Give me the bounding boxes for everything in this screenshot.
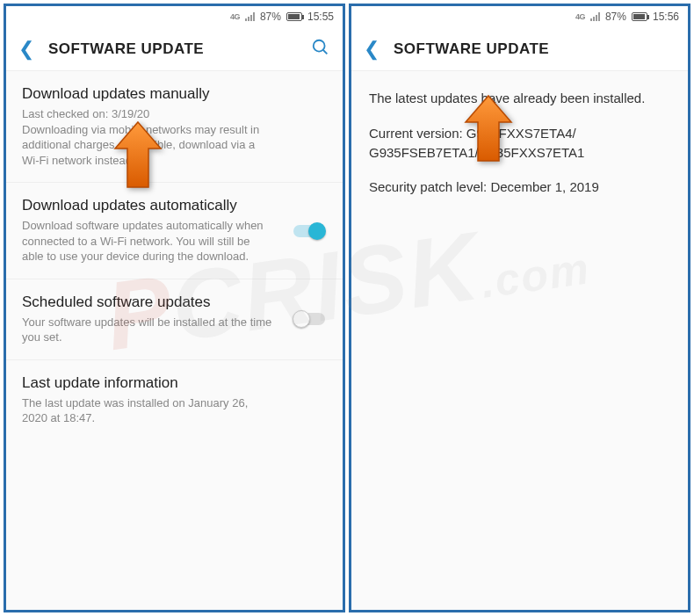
- phone-right: 4G 87% 15:56 ❮ SOFTWARE UPDATE The lates…: [349, 4, 690, 612]
- battery-percent: 87%: [260, 11, 281, 23]
- battery-icon: [286, 12, 302, 21]
- battery-icon: [632, 12, 647, 21]
- item-description: Your software updates will be installed …: [22, 315, 327, 345]
- signal-icon: [590, 12, 600, 21]
- svg-line-1: [323, 49, 328, 54]
- item-title: Download updates automatically: [22, 197, 327, 214]
- app-bar: ❮ SOFTWARE UPDATE: [351, 27, 688, 71]
- status-bar: 4G 87% 15:56: [351, 6, 688, 27]
- settings-list: Download updates manually Last checked o…: [6, 71, 343, 610]
- download-auto-item[interactable]: Download updates automatically Download …: [6, 183, 343, 279]
- battery-percent: 87%: [605, 11, 626, 23]
- page-title: SOFTWARE UPDATE: [48, 40, 297, 58]
- item-title: Scheduled software updates: [22, 294, 327, 311]
- download-manually-item[interactable]: Download updates manually Last checked o…: [6, 71, 343, 183]
- back-icon[interactable]: ❮: [18, 40, 34, 59]
- installed-message: The latest updates have already been ins…: [369, 89, 670, 108]
- scheduled-updates-item[interactable]: Scheduled software updates Your software…: [6, 279, 343, 360]
- current-version: Current version: G935FXXS7ETA4/ G935FSEB…: [369, 124, 670, 163]
- phone-left: 4G 87% 15:55 ❮ SOFTWARE UPDATE Download …: [4, 4, 345, 612]
- item-title: Download updates manually: [22, 85, 327, 103]
- item-description: Last checked on: 3/19/20 Downloading via…: [22, 106, 327, 168]
- back-icon[interactable]: ❮: [364, 40, 380, 59]
- security-patch-level: Security patch level: December 1, 2019: [369, 178, 670, 197]
- update-info: The latest updates have already been ins…: [351, 71, 688, 610]
- clock: 15:56: [653, 11, 679, 23]
- item-description: Download software updates automatically …: [22, 218, 327, 265]
- auto-update-toggle[interactable]: [292, 221, 327, 241]
- last-update-item[interactable]: Last update information The last update …: [6, 360, 343, 440]
- network-indicator: 4G: [230, 12, 240, 21]
- network-indicator: 4G: [575, 12, 585, 21]
- status-bar: 4G 87% 15:55: [6, 6, 343, 27]
- signal-icon: [245, 12, 255, 21]
- search-icon[interactable]: [311, 38, 330, 61]
- item-description: The last update was installed on January…: [22, 395, 327, 426]
- clock: 15:55: [307, 11, 334, 23]
- app-bar: ❮ SOFTWARE UPDATE: [6, 27, 343, 71]
- page-title: SOFTWARE UPDATE: [394, 40, 676, 58]
- scheduled-toggle[interactable]: [292, 309, 327, 329]
- svg-point-0: [314, 40, 325, 51]
- item-title: Last update information: [22, 374, 327, 392]
- dual-screenshot-frame: 4G 87% 15:55 ❮ SOFTWARE UPDATE Download …: [0, 0, 694, 616]
